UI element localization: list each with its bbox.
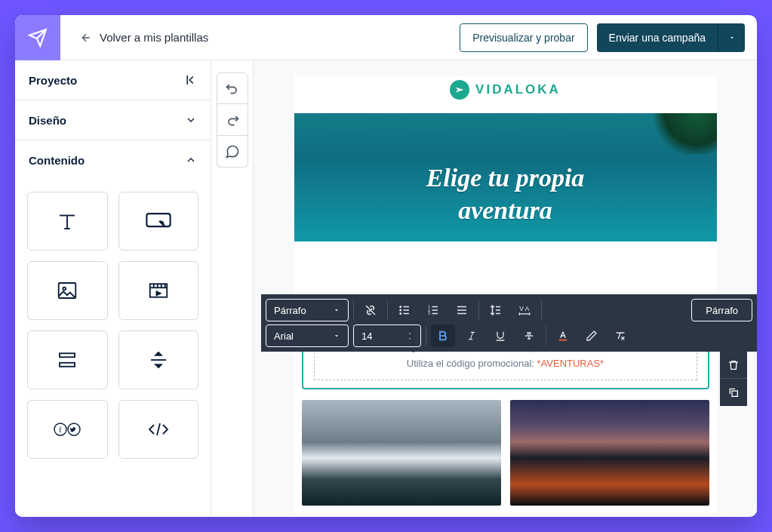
svg-rect-0 [146,214,170,226]
align-icon [455,303,469,317]
unlink-button[interactable] [358,299,383,321]
tile-image[interactable] [27,261,108,320]
text-line2: Utiliza el código promocional: *AVENTURA… [322,355,689,372]
canvas: VIDALOKA Elige tu propia aventura [254,60,757,517]
format-row-1: Párrafo 123 [266,299,752,321]
clear-format-button[interactable] [608,324,632,347]
app-logo[interactable] [15,15,60,60]
text-color-icon [557,329,569,343]
photo-row [294,397,717,513]
hero-line2: aventura [458,195,552,227]
line-height-button[interactable] [484,299,508,321]
text-icon [56,210,78,232]
clear-format-icon [614,330,627,342]
svg-point-11 [400,309,401,311]
spacer-icon [56,349,78,371]
bold-icon [437,330,449,342]
text-color-button[interactable] [551,324,575,347]
brand-name: VIDALOKA [475,82,561,97]
bullet-list-icon [398,303,411,317]
hero-block[interactable]: Elige tu propia aventura [294,113,717,241]
comments-button[interactable] [217,136,248,168]
content-tiles: f [15,180,211,471]
svg-text:f: f [60,426,63,434]
undo-button[interactable] [217,72,248,104]
strike-icon [523,330,535,342]
italic-button[interactable] [460,324,484,347]
topbar: Volver a mis plantillas Previsualizar y … [15,15,757,60]
photo-mountain[interactable] [302,400,501,506]
redo-button[interactable] [217,104,248,136]
tile-text[interactable] [27,192,108,251]
arrow-left-icon [80,32,92,44]
image-icon [56,279,78,302]
tile-video[interactable] [118,261,199,320]
strike-button[interactable] [517,324,541,347]
letter-spacing-button[interactable]: VA [512,299,537,321]
numbered-list-button[interactable]: 123 [421,299,445,321]
video-icon [147,279,170,302]
tile-divider[interactable] [118,331,199,389]
pencil-icon [586,330,598,342]
svg-rect-4 [60,353,75,357]
caret-up-icon [407,331,413,336]
underline-icon [494,330,506,342]
italic-icon [466,330,477,342]
comment-icon [225,144,240,159]
svg-text:V: V [519,305,524,312]
svg-text:A: A [525,305,530,312]
redo-icon [225,112,240,128]
svg-point-12 [400,313,401,315]
style-select[interactable]: Párrafo [266,299,349,321]
accordion-content: Contenido [15,140,211,471]
block-duplicate-button[interactable] [720,379,747,406]
accordion-design: Diseño [15,100,211,140]
tile-social[interactable]: f [27,400,108,459]
content-header[interactable]: Contenido [15,140,211,180]
sidebar: Proyecto Diseño Contenido [15,60,211,517]
social-icon: f [52,420,82,438]
chevron-up-icon [185,154,197,166]
hero-line1: Elige tu propia [426,162,585,195]
paragraph-chip[interactable]: Párrafo [691,299,752,321]
svg-point-2 [63,288,66,291]
project-header[interactable]: Proyecto [15,60,211,100]
brand: VIDALOKA [294,75,717,113]
undo-icon [225,81,240,96]
underline-button[interactable] [488,324,512,347]
caret-down-icon [407,337,413,341]
caret-down-icon [728,34,736,42]
bullet-list-button[interactable] [392,299,417,321]
letter-spacing-icon: VA [517,303,532,317]
svg-rect-9 [732,391,737,396]
caret-down-icon [333,306,340,314]
trash-icon [727,359,740,371]
send-button-group: Enviar una campaña [597,23,745,52]
divider-icon [147,349,170,371]
size-select[interactable]: 14 [353,324,421,347]
block-delete-button[interactable] [720,352,747,379]
line-height-icon [489,303,503,317]
send-campaign-button[interactable]: Enviar una campaña [597,23,718,52]
design-header[interactable]: Diseño [15,100,211,140]
photo-city[interactable] [510,400,709,506]
send-icon [28,28,48,48]
back-link[interactable]: Volver a mis plantillas [80,31,208,44]
collapse-left-icon [183,73,197,87]
format-row-2: Arial 14 [266,324,752,347]
send-dropdown-button[interactable] [718,23,745,52]
tile-button[interactable] [118,192,199,251]
app-window: Volver a mis plantillas Previsualizar y … [15,15,757,517]
bold-button[interactable] [431,324,455,347]
align-button[interactable] [450,299,474,321]
copy-icon [727,386,740,398]
tile-html[interactable] [118,400,199,459]
html-icon [146,420,171,438]
tile-spacer[interactable] [27,331,108,389]
highlight-button[interactable] [580,324,604,347]
format-toolbar: Párrafo 123 [261,294,757,352]
preview-button[interactable]: Previsualizar y probar [460,23,587,52]
font-select[interactable]: Arial [266,324,349,347]
accordion-project: Proyecto [15,60,211,100]
plane-icon [450,80,469,100]
